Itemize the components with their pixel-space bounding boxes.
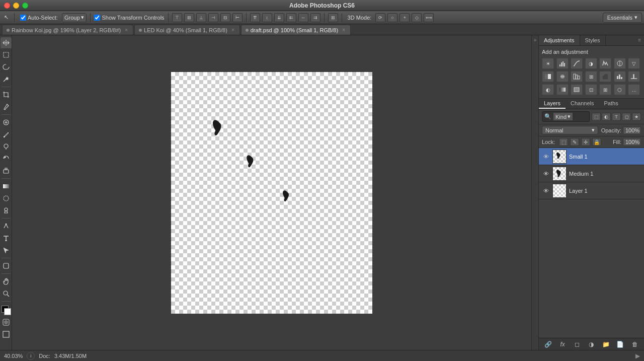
panel-menu-icon[interactable]: ≡ [635,35,644,45]
3d-slide-icon[interactable]: ◇ [412,13,422,22]
hue-saturation-icon[interactable] [614,58,626,69]
layer-new-icon[interactable]: 📄 [615,340,625,349]
layer-item-medium1[interactable]: 👁 Medium 1 [539,165,644,182]
type-tool[interactable] [1,233,12,244]
solid-color-icon[interactable] [571,84,583,95]
curves-icon[interactable] [571,58,583,69]
layer-filter-dropdown[interactable]: Kind ▾ [553,112,573,121]
quick-mask-icon[interactable] [1,317,12,328]
shape-tool[interactable] [1,260,12,271]
distribute-left-icon[interactable]: ⇇ [286,13,296,22]
pen-tool[interactable] [1,221,12,232]
layer-visibility-medium1[interactable]: 👁 [542,170,550,178]
transform-controls-label[interactable]: Show Transform Controls [94,15,165,21]
brightness-contrast-icon[interactable]: ☀ [542,58,554,69]
move-tool[interactable] [1,37,12,48]
tab-led-koi[interactable]: LED Koi @ 40% (Small 1, RGB/8) × [134,25,240,35]
layer-adjustment-icon[interactable]: ◑ [586,340,596,349]
channel-mixer-icon[interactable] [571,71,583,82]
tab-draft[interactable]: draft.psd @ 100% (Small 1, RGB/8) × [241,25,351,35]
lasso-tool[interactable] [1,61,12,73]
tab-close-2[interactable]: × [231,27,234,33]
more-icon[interactable]: … [628,84,640,95]
close-button[interactable] [4,3,10,9]
lock-all-icon[interactable]: 🔒 [592,138,601,146]
layer-mask-icon[interactable]: ◻ [572,340,582,349]
gradient-fill-icon[interactable]: ⊡ [585,84,597,95]
screen-mode-icon[interactable] [1,329,12,340]
3d-scale-icon[interactable]: ⟺ [424,13,434,22]
3d-roll-icon[interactable]: ○ [387,13,397,22]
tab-close-3[interactable]: × [342,27,345,33]
selective-color-icon[interactable]: ◐ [542,84,554,95]
layer-fx-icon[interactable]: fx [557,340,568,349]
distribute-bottom-icon[interactable]: ⇊ [274,13,284,22]
layer-item-layer1[interactable]: 👁 Layer 1 [539,182,644,199]
filter-smart-icon[interactable]: ★ [632,113,641,121]
layer-visibility-small1[interactable]: 👁 [542,153,550,161]
distribute-top-icon[interactable]: ⇈ [250,13,260,22]
zoom-tool[interactable] [1,288,12,299]
lock-position-icon[interactable]: ✎ [570,138,579,146]
color-lookup-icon[interactable]: ⊞ [585,71,597,82]
essentials-dropdown[interactable]: Essentials ▾ [603,13,642,23]
invert-icon[interactable]: ⬛ [599,71,611,82]
photo-filter-icon[interactable] [556,71,569,82]
layer-delete-icon[interactable]: 🗑 [630,340,640,349]
collapse-panel-button[interactable]: » [531,35,538,350]
move-tool-icon[interactable]: ↖ [2,13,11,22]
color-balance-icon[interactable]: ▽ [628,58,640,69]
exposure-icon[interactable]: ◑ [585,58,597,69]
lock-pixels-icon[interactable]: ⬚ [559,138,568,146]
marquee-tool[interactable] [1,49,12,60]
tab-paths[interactable]: Paths [599,99,623,109]
eraser-tool[interactable] [1,165,12,176]
crop-tool[interactable] [1,89,12,100]
fill-value[interactable]: 100% [623,138,641,146]
gradient-tool[interactable] [1,181,12,192]
arrange-icon[interactable]: ⊞ [328,13,338,22]
filter-adjust-icon[interactable]: ◐ [602,113,611,121]
posterize-icon[interactable] [614,71,626,82]
opacity-value[interactable]: 100% [623,126,641,134]
dodge-tool[interactable] [1,205,12,216]
vibrance-icon[interactable] [599,58,611,69]
distribute-middle-icon[interactable]: ↕ [262,13,272,22]
align-middle-icon[interactable]: ⊞ [184,13,194,22]
brightness-icon2[interactable]: ⬡ [614,84,626,95]
distribute-center-icon[interactable]: ↔ [298,13,308,22]
hand-tool[interactable] [1,276,12,287]
tab-close-1[interactable]: × [125,27,128,33]
gradient-map-icon[interactable] [556,84,569,95]
levels-icon[interactable] [556,58,569,69]
layer-group-icon[interactable]: 📁 [601,340,611,349]
3d-pan-icon[interactable]: + [399,13,410,22]
align-top-icon[interactable]: ⊤ [172,13,182,22]
tab-channels[interactable]: Channels [566,99,599,109]
tab-styles[interactable]: Styles [580,35,606,45]
threshold-icon[interactable] [628,71,640,82]
auto-select-dropdown[interactable]: Group ▾ [62,13,87,22]
black-white-icon[interactable] [542,71,554,82]
clone-stamp-tool[interactable] [1,141,12,152]
align-right-icon[interactable]: ⊢ [232,13,243,22]
3d-rotate-icon[interactable]: ⟳ [375,13,385,22]
filter-pixel-icon[interactable]: ⬚ [592,113,601,121]
transform-controls-checkbox[interactable] [94,15,100,21]
pattern-fill-icon[interactable]: ⊞ [599,84,611,95]
auto-select-checkbox[interactable] [20,15,26,21]
align-left-icon[interactable]: ⊣ [208,13,218,22]
blur-tool[interactable] [1,193,12,204]
align-bottom-icon[interactable]: ⊥ [196,13,206,22]
layer-item-small1[interactable]: 👁 Small 1 [539,148,644,165]
status-arrow-icon[interactable]: ▶ [635,352,640,359]
history-brush-tool[interactable] [1,153,12,164]
layer-link-icon[interactable]: 🔗 [543,340,553,349]
lock-move-icon[interactable]: ✛ [581,138,590,146]
status-info-icon[interactable]: i [27,352,35,360]
layer-visibility-layer1[interactable]: 👁 [542,187,550,195]
brush-tool[interactable] [1,129,12,140]
align-center-icon[interactable]: ⊟ [220,13,230,22]
maximize-button[interactable] [22,3,28,9]
minimize-button[interactable] [13,3,19,9]
